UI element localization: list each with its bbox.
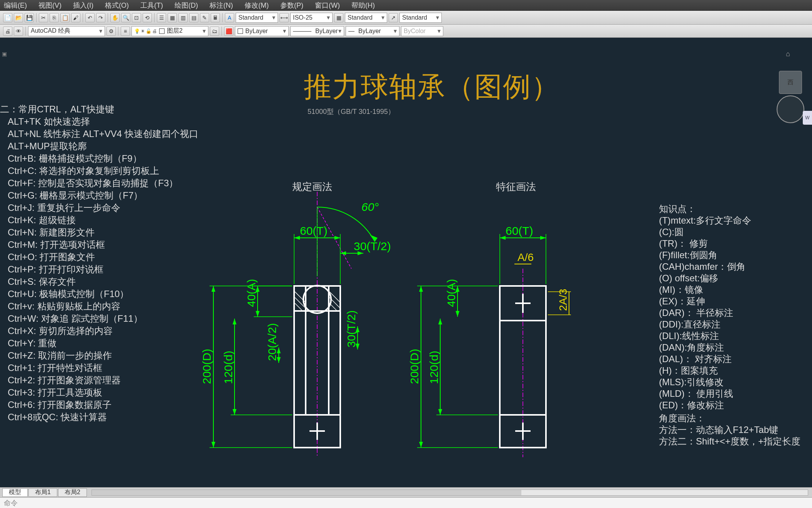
layer-prev-button[interactable]: 🗂 <box>210 27 219 36</box>
mleader-icon[interactable]: ↗ <box>389 13 398 22</box>
print-button[interactable]: 🖨 <box>3 27 12 36</box>
menu-help[interactable]: 帮助(H) <box>351 1 375 10</box>
properties-panel-icon[interactable]: ▣ <box>2 51 7 56</box>
zoom-window-button[interactable]: ⊡ <box>132 13 141 22</box>
pan-button[interactable]: ✋ <box>110 13 120 22</box>
save-button[interactable]: 💾 <box>25 13 34 22</box>
shortcut-line: Ctrl+2: 打开图象资源管理器 <box>8 374 198 386</box>
knowledge-angle-line: 方法一：动态输入F12+Tab键 <box>659 424 800 436</box>
h-scrollbar[interactable] <box>92 490 808 496</box>
svg-text:30(T/2): 30(T/2) <box>354 240 391 252</box>
tab-layout1[interactable]: 布局1 <box>28 488 57 497</box>
lineweight-select[interactable]: —ByLayer <box>346 26 399 36</box>
menu-window[interactable]: 窗口(W) <box>315 1 340 10</box>
menu-edit[interactable]: 编辑(E) <box>4 1 27 10</box>
color-select[interactable]: ByLayer <box>235 26 289 36</box>
shortcut-line: Ctrl+X: 剪切所选择的内容 <box>8 325 198 337</box>
shortcut-line: Ctrl+F: 控制是否实现对象自动捕捉（F3） <box>8 177 198 189</box>
layer-props-button[interactable]: ≡ <box>121 27 130 36</box>
svg-text:20(A/2): 20(A/2) <box>266 323 278 361</box>
preview-button[interactable]: 👁 <box>14 27 23 36</box>
shortcut-line: ALT+NL 线性标注 ALT+VV4 快速创建四个视口 <box>8 128 198 140</box>
shortcut-line: Ctrl+K: 超级链接 <box>8 214 198 226</box>
zoom-button[interactable]: 🔍 <box>121 13 130 22</box>
svg-marker-80 <box>419 442 423 448</box>
menu-dimension[interactable]: 标注(N) <box>210 1 233 10</box>
sheetset-button[interactable]: ▤ <box>189 13 198 22</box>
nav-compass[interactable] <box>777 95 804 123</box>
knowledge-line: (DLI):线性标注 <box>659 330 800 342</box>
open-button[interactable]: 📂 <box>14 13 23 22</box>
svg-marker-9 <box>334 236 340 240</box>
linetype-select[interactable]: ———ByLayer <box>290 26 344 36</box>
shortcut-line: Ctrl+U: 极轴模式控制（F10） <box>8 288 198 300</box>
match-button[interactable]: 🖌 <box>71 13 80 22</box>
shortcut-line: Ctrl+S: 保存文件 <box>8 276 198 288</box>
menu-modify[interactable]: 修改(M) <box>245 1 269 10</box>
dimstyle-icon[interactable]: ⟷ <box>280 13 289 22</box>
knowledge-line: (DDI):直径标注 <box>659 319 800 330</box>
redo-button[interactable]: ↷ <box>96 13 105 22</box>
shortcut-line: Ctrl+O: 打开图象文件 <box>8 251 198 263</box>
knowledge-line: (TR)： 修剪 <box>659 238 800 249</box>
textstyle-select[interactable]: Standard <box>236 13 278 23</box>
knowledge-line: (CAH)chamfer：倒角 <box>659 261 800 272</box>
markup-button[interactable]: ✎ <box>200 13 209 22</box>
shortcut-line: ALT+TK 如快速选择 <box>8 115 198 128</box>
menu-parametric[interactable]: 参数(P) <box>280 1 303 10</box>
layer-select[interactable]: 💡☀🔓🖨 图层2 <box>131 26 208 36</box>
svg-text:120(d): 120(d) <box>428 351 440 384</box>
svg-text:40(A): 40(A) <box>245 279 258 307</box>
knowledge-line: (T)mtext:多行文字命令 <box>659 215 800 226</box>
h-scroll-thumb[interactable] <box>92 490 521 495</box>
svg-marker-58 <box>500 236 506 240</box>
cut-button[interactable]: ✂ <box>39 13 48 22</box>
tab-model[interactable]: 模型 <box>2 488 28 497</box>
workspace-settings-button[interactable]: ⚙ <box>106 27 116 36</box>
designcenter-button[interactable]: ▦ <box>168 13 177 22</box>
menu-format[interactable]: 格式(O) <box>105 1 129 10</box>
tablestyle-icon[interactable]: ▦ <box>334 13 343 22</box>
tablestyle-select[interactable]: Standard <box>345 13 387 23</box>
menu-draw[interactable]: 绘图(D) <box>175 1 198 10</box>
plotstyle-select[interactable]: ByColor <box>401 26 443 36</box>
view-cube[interactable]: 西 <box>779 71 802 94</box>
color-icon[interactable]: 🟥 <box>224 27 233 36</box>
svg-text:200(D): 200(D) <box>200 349 213 384</box>
dimstyle-select[interactable]: ISO-25 <box>290 13 333 23</box>
svg-marker-44 <box>211 286 215 292</box>
knowledge-line: (MLD)： 使用引线 <box>659 388 800 399</box>
zoom-prev-button[interactable]: ⟲ <box>143 13 152 22</box>
knowledge-line: (MI)：镜像 <box>659 284 800 296</box>
drawing-canvas[interactable]: ▣ ⌂ 西 W 推力球轴承（图例） 51000型（GB/T 301-1995） … <box>0 38 812 495</box>
menu-tools[interactable]: 工具(T) <box>140 1 163 10</box>
shortcut-line: Ctrl+8或QC: 快速计算器 <box>8 411 198 423</box>
menu-insert[interactable]: 插入(I) <box>73 1 93 10</box>
svg-marker-76 <box>456 311 459 317</box>
undo-button[interactable]: ↶ <box>85 13 95 22</box>
toolpalette-button[interactable]: ▥ <box>178 13 188 22</box>
workspace-select[interactable]: AutoCAD 经典 <box>28 26 105 36</box>
svg-marker-86 <box>438 409 442 415</box>
drawing-title: 推力球轴承（图例） <box>304 69 560 105</box>
properties-button[interactable]: ☰ <box>157 13 166 22</box>
calc-button[interactable]: 🖩 <box>211 13 220 22</box>
menu-bar: 编辑(E) 视图(V) 插入(I) 格式(O) 工具(T) 绘图(D) 标注(N… <box>0 0 812 11</box>
paste-button[interactable]: 📋 <box>60 13 70 22</box>
new-button[interactable]: 📄 <box>3 13 12 22</box>
home-icon[interactable]: ⌂ <box>786 50 794 58</box>
tab-layout2[interactable]: 布局2 <box>58 488 87 497</box>
textstyle-icon[interactable]: A <box>225 13 234 22</box>
knowledge-line: (F)fillet:倒圆角 <box>659 249 800 261</box>
knowledge-angle-line: 方法二：Shift+<+度数，+指定长度 <box>659 436 800 447</box>
knowledge-line: (DAR)： 半径标注 <box>659 307 800 319</box>
menu-view[interactable]: 视图(V) <box>38 1 62 10</box>
command-line[interactable]: 命令 <box>0 497 812 508</box>
mleader-select[interactable]: Standard <box>399 13 442 23</box>
copy-button[interactable]: ⎘ <box>50 13 59 22</box>
svg-text:60(T): 60(T) <box>300 224 328 237</box>
wheel-panel-tab[interactable]: W <box>803 111 812 125</box>
layer-color-swatch <box>159 28 165 34</box>
svg-text:30(T/2): 30(T/2) <box>345 310 358 348</box>
shortcuts-heading: 二：常用CTRL，ALT快捷键 <box>0 103 198 115</box>
